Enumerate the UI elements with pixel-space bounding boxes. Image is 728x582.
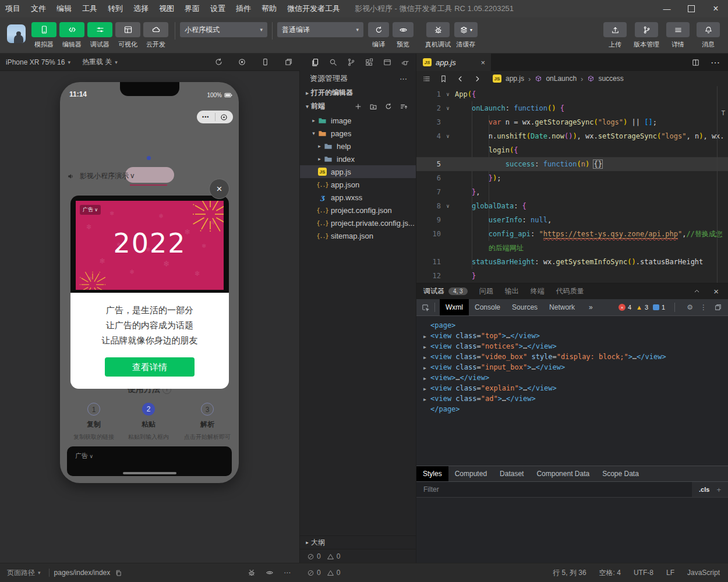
panel-tab[interactable]: 终端 xyxy=(531,283,545,299)
styles-tab-scope-data[interactable]: Scope Data xyxy=(596,466,645,481)
tab-close-icon[interactable]: × xyxy=(480,58,485,67)
file-row[interactable]: ▸help xyxy=(300,140,416,152)
styles-tab-component-data[interactable]: Component Data xyxy=(530,466,596,481)
menu-item[interactable]: 项目 xyxy=(0,0,26,17)
file-row[interactable]: {..}project.private.config.js... xyxy=(300,217,416,229)
copy-icon[interactable] xyxy=(115,569,122,577)
tool-button[interactable]: 编辑器 xyxy=(58,22,86,49)
more-icon[interactable]: ••• xyxy=(197,114,215,120)
ad-tag-chip[interactable]: 广告 xyxy=(80,205,101,215)
breadcrumb-symbol[interactable]: success xyxy=(598,74,623,83)
chevron-up-icon[interactable] xyxy=(693,288,701,295)
eol[interactable]: LF xyxy=(666,569,674,577)
action-bell[interactable]: 消息 xyxy=(697,22,720,49)
action-bug[interactable]: 真机调试 xyxy=(425,22,451,49)
menu-item[interactable]: 工具 xyxy=(77,0,103,17)
modal-close-button[interactable]: × xyxy=(209,179,229,199)
bookmark-icon[interactable] xyxy=(439,74,448,83)
expand-arrow-icon[interactable]: ▶ xyxy=(423,373,430,384)
menu-item[interactable]: 文件 xyxy=(26,0,51,17)
more-icon[interactable] xyxy=(284,569,291,577)
expand-arrow-icon[interactable]: ▶ xyxy=(423,363,430,373)
menu-item[interactable]: 界面 xyxy=(179,0,205,17)
action-menu[interactable]: 详情 xyxy=(666,22,690,49)
wxml-node[interactable]: ▶<view class="explain">…</view> xyxy=(423,384,728,394)
minimize-button[interactable]: — xyxy=(655,0,679,17)
new-folder-icon[interactable] xyxy=(366,102,381,111)
source-control-icon[interactable] xyxy=(342,58,360,67)
expand-arrow-icon[interactable]: ▶ xyxy=(423,384,430,394)
wxml-node[interactable]: ▶<view class="top">…</view> xyxy=(423,331,728,342)
fold-chevron-icon[interactable]: ∨ xyxy=(441,133,455,139)
devtools-tab-console[interactable]: Console xyxy=(469,299,506,315)
menu-item[interactable]: 帮助 xyxy=(256,0,282,17)
wxml-node[interactable]: ▶</page> xyxy=(423,404,728,415)
view-details-button[interactable]: 查看详情 xyxy=(105,357,195,377)
styles-tab-computed[interactable]: Computed xyxy=(448,466,493,481)
bug-icon[interactable] xyxy=(248,569,256,577)
teapot-icon[interactable] xyxy=(396,58,414,67)
file-row[interactable]: ▸image xyxy=(300,114,416,127)
panel-tab[interactable]: 调试器4, 3 xyxy=(423,283,468,299)
warning-icon[interactable]: ▲ xyxy=(636,304,642,311)
ad-image[interactable]: 广告 2022 ❄❄❄❄❄❄❄❄❄❄❄❄❄❄ xyxy=(76,201,224,290)
tool-button[interactable]: 调试器 xyxy=(86,22,114,49)
outline-icon[interactable] xyxy=(422,74,431,83)
extensions-icon[interactable] xyxy=(360,58,378,67)
wxml-node[interactable]: ▶<view class="input_box">…</view> xyxy=(423,363,728,373)
tab-app-js[interactable]: JS app.js × xyxy=(416,54,491,71)
file-row[interactable]: {..}sitemap.json xyxy=(300,229,416,242)
capsule-home-icon[interactable] xyxy=(215,113,234,121)
expand-arrow-icon[interactable]: ▶ xyxy=(423,331,430,342)
back-icon[interactable] xyxy=(456,74,465,83)
fold-chevron-icon[interactable]: ∨ xyxy=(441,105,455,111)
file-row[interactable]: {..}app.json xyxy=(300,178,416,191)
page-path-label[interactable]: 页面路径 xyxy=(7,568,35,578)
page-path-value[interactable]: pages/index/index xyxy=(54,569,111,577)
rotate-icon[interactable] xyxy=(207,58,230,66)
message-icon[interactable] xyxy=(653,304,659,310)
maximize-button[interactable] xyxy=(679,0,704,17)
wxml-node[interactable]: ▶<view>…</view> xyxy=(423,373,728,384)
open-editors-section[interactable]: ▸ 打开的编辑器 xyxy=(300,86,416,100)
file-row[interactable]: ▾pages xyxy=(300,127,416,140)
file-row[interactable]: {..}project.config.json xyxy=(300,204,416,217)
menu-item[interactable]: 视图 xyxy=(154,0,179,17)
file-row[interactable]: ʒapp.wxss xyxy=(300,191,416,204)
cursor-position[interactable]: 行 5, 列 36 xyxy=(553,568,586,578)
fold-chevron-icon[interactable]: ∨ xyxy=(441,203,455,209)
record-icon[interactable] xyxy=(230,58,253,66)
problems-summary[interactable]: 0 0 xyxy=(300,549,416,563)
language-mode[interactable]: JavaScript xyxy=(687,569,720,577)
panel-tab[interactable]: 输出 xyxy=(505,283,519,299)
gear-icon[interactable] xyxy=(687,303,693,311)
menu-item[interactable]: 编辑 xyxy=(51,0,77,17)
tool-button[interactable]: 云开发 xyxy=(142,22,169,49)
wxml-node[interactable]: ▶<view class="ad">…</view> xyxy=(423,394,728,404)
collapse-icon[interactable] xyxy=(396,102,411,111)
mode-select[interactable]: 小程序模式 ▾ xyxy=(180,22,267,37)
devtools-tab-sources[interactable]: Sources xyxy=(506,299,543,315)
expand-arrow-icon[interactable]: ▶ xyxy=(423,394,430,404)
search-icon[interactable] xyxy=(324,58,342,67)
code-editor[interactable]: 1∨App({2∨ onLaunch: function() {3 var n … xyxy=(416,86,728,283)
action-upload[interactable]: 上传 xyxy=(603,22,627,49)
new-file-icon[interactable] xyxy=(351,102,366,111)
more-icon[interactable] xyxy=(400,74,408,83)
more-tabs-icon[interactable]: » xyxy=(589,303,593,311)
wxml-node[interactable]: ▶<view class="video_box" style="display:… xyxy=(423,352,728,363)
panel-tab[interactable]: 问题 xyxy=(479,283,493,299)
refresh-icon[interactable] xyxy=(381,102,396,111)
filter-input[interactable] xyxy=(416,482,692,497)
kebab-menu-icon[interactable] xyxy=(700,303,707,311)
tool-button[interactable]: 模拟器 xyxy=(30,22,58,49)
fold-chevron-icon[interactable]: ∨ xyxy=(441,91,455,97)
expand-arrow-icon[interactable]: ▶ xyxy=(423,342,430,352)
close-icon[interactable] xyxy=(713,286,719,296)
device-select[interactable]: iPhone XR 75% 16 ▾ xyxy=(0,58,76,66)
styles-tab-styles[interactable]: Styles xyxy=(416,466,448,481)
action-branch[interactable]: 版本管理 xyxy=(634,22,659,49)
indent-setting[interactable]: 空格: 4 xyxy=(599,568,621,578)
devtools-tab-network[interactable]: Network xyxy=(543,299,581,315)
menu-item[interactable]: 选择 xyxy=(128,0,154,17)
